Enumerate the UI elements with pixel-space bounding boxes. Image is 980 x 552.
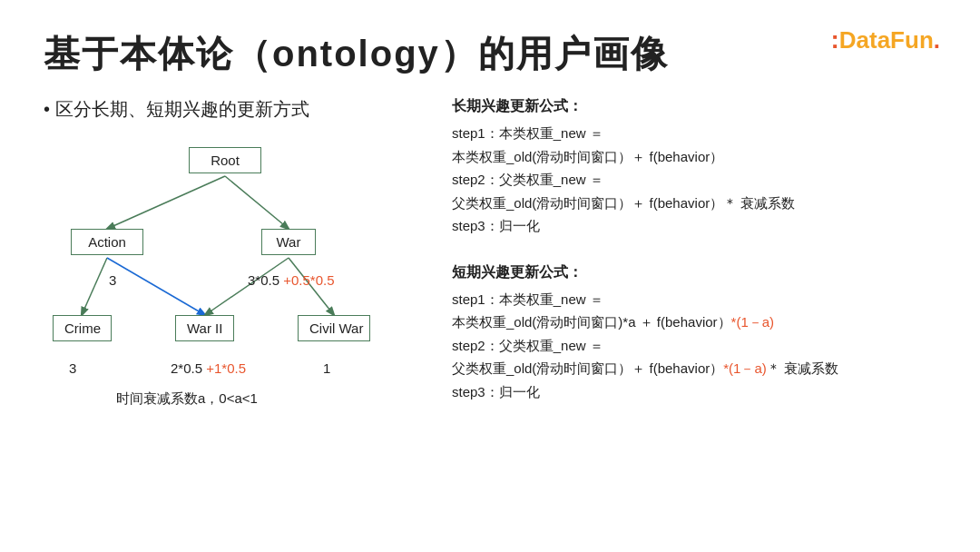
node-civil: Civil War	[298, 315, 370, 341]
lt-step1-body: 本类权重_old(滑动时间窗口）＋ f(behavior）	[452, 145, 936, 169]
logo-dot: .	[934, 26, 940, 54]
logo-icon: :	[830, 25, 838, 54]
st-step3: step3：归一化	[452, 380, 936, 404]
st-step1-label: step1：本类权重_new ＝	[452, 288, 936, 311]
svg-line-2	[82, 258, 107, 315]
label-war2-score: 2*0.5 +1*0.5	[171, 360, 246, 376]
slide: : DataFun . 基于本体论（ontology）的用户画像 • 区分长期、…	[0, 0, 980, 552]
st-step1-body-black: 本类权重_old(滑动时间窗口)*a ＋ f(behavior）	[452, 314, 731, 330]
st-step2-body-black: 父类权重_old(滑动时间窗口）＋ f(behavior）	[452, 360, 723, 376]
short-term-formula: 短期兴趣更新公式： step1：本类权重_new ＝ 本类权重_old(滑动时间…	[452, 263, 936, 404]
decay-note: 时间衰减系数a，0<a<1	[116, 390, 258, 408]
tree-diagram: Root Action War Crime War II Civil War 3…	[44, 138, 407, 392]
node-action: Action	[71, 229, 143, 255]
bullet-text: 区分长期、短期兴趣的更新方式	[55, 99, 309, 119]
war2-score-red: +1*0.5	[206, 360, 246, 376]
lt-step2-body: 父类权重_old(滑动时间窗口）＋ f(behavior）＊ 衰减系数	[452, 192, 936, 215]
node-root: Root	[189, 147, 261, 173]
node-war2: War II	[175, 315, 234, 341]
lt-step1-body-text: 本类权重_old(滑动时间窗口）＋ f(behavior）	[452, 149, 723, 164]
st-step1-body-red: *(1－a)	[731, 314, 775, 330]
lt-step3: step3：归一化	[452, 214, 936, 238]
lt-step2-body-text: 父类权重_old(滑动时间窗口）＋ f(behavior）＊ 衰减系数	[452, 195, 795, 211]
long-term-formula: 长期兴趣更新公式： step1：本类权重_new ＝ 本类权重_old(滑动时间…	[452, 97, 936, 238]
war-score-red: +0.5*0.5	[283, 272, 334, 288]
svg-line-3	[107, 258, 205, 315]
war2-score-black: 2*0.5	[171, 360, 202, 376]
label-civil-score: 1	[323, 360, 330, 376]
st-step2-body-end: ＊ 衰减系数	[767, 360, 838, 376]
logo: : DataFun .	[830, 25, 940, 54]
content-area: • 区分长期、短期兴趣的更新方式	[44, 97, 936, 418]
svg-line-0	[107, 176, 225, 229]
lt-step2-label: step2：父类权重_new ＝	[452, 168, 936, 192]
label-action-score: 3	[109, 272, 116, 288]
lt-step1-label: step1：本类权重_new ＝	[452, 122, 936, 145]
long-term-title: 长期兴趣更新公式：	[452, 97, 936, 116]
st-step2-body-red: *(1－a)	[723, 360, 767, 376]
logo-datafun: DataFun	[839, 26, 934, 54]
node-crime: Crime	[53, 315, 112, 341]
bullet-dot: •	[44, 99, 55, 119]
right-panel: 长期兴趣更新公式： step1：本类权重_new ＝ 本类权重_old(滑动时间…	[452, 97, 936, 418]
page-title: 基于本体论（ontology）的用户画像	[44, 29, 936, 79]
svg-line-1	[225, 176, 289, 229]
war-score-black: 3*0.5	[248, 272, 279, 288]
st-step1-body: 本类权重_old(滑动时间窗口)*a ＋ f(behavior）*(1－a)	[452, 310, 936, 334]
st-step2-body: 父类权重_old(滑动时间窗口）＋ f(behavior）*(1－a)＊ 衰减系…	[452, 357, 936, 380]
label-war-score: 3*0.5 +0.5*0.5	[248, 272, 335, 288]
st-step2-label: step2：父类权重_new ＝	[452, 334, 936, 358]
node-war: War	[261, 229, 316, 255]
label-crime-score: 3	[69, 360, 76, 376]
bullet-point: • 区分长期、短期兴趣的更新方式	[44, 97, 425, 122]
left-panel: • 区分长期、短期兴趣的更新方式	[44, 97, 425, 418]
section-divider	[452, 252, 936, 263]
short-term-title: 短期兴趣更新公式：	[452, 263, 936, 282]
